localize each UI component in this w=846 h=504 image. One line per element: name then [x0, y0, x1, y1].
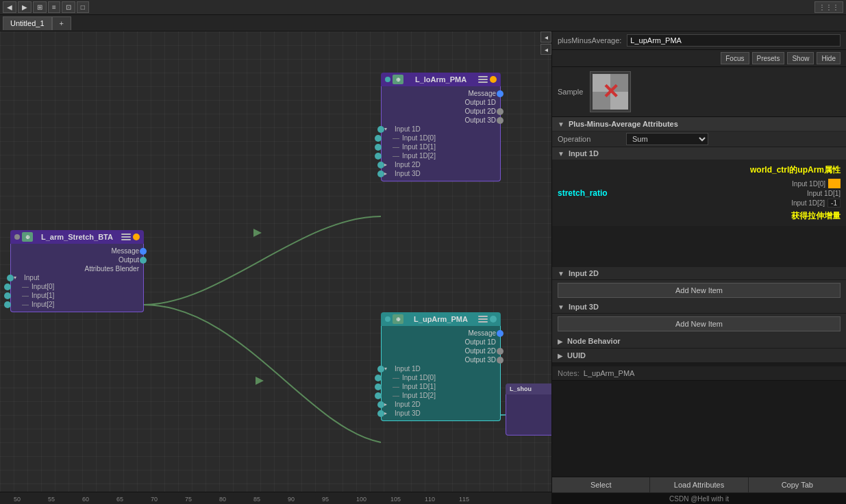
input3d-section-header[interactable]: ▼ Input 3D: [552, 301, 846, 314]
node-stretch-attrblender: Attributes Blender: [85, 265, 140, 273]
node-loarm-output2d-row: Output 2D: [382, 107, 500, 116]
toolbar-btn-5[interactable]: ⊡: [62, 1, 75, 13]
input2d-section-header[interactable]: ▼ Input 2D: [552, 267, 846, 280]
toolbar-btn-6[interactable]: □: [77, 1, 89, 13]
add-new-item-2d-button[interactable]: Add New Item: [558, 283, 841, 298]
node-loarm-port-right[interactable]: [490, 76, 497, 83]
node-loarm-input2d-header[interactable]: Input 2D: [382, 160, 500, 169]
focus-button[interactable]: Focus: [721, 52, 749, 64]
node-uparm-input2d-label: Input 2D: [395, 401, 421, 408]
node-uparm-input1d-port[interactable]: [377, 366, 384, 373]
node-loarm-input1d-label: Input 1D: [395, 125, 421, 133]
node-loarm-message-port[interactable]: [497, 90, 503, 97]
toolbar-btn-3[interactable]: ⊞: [33, 1, 47, 13]
node-stretch-input-port[interactable]: [7, 275, 14, 281]
presets-button[interactable]: Presets: [752, 52, 785, 64]
node-uparm-output2d: Output 2D: [464, 347, 496, 355]
node-stretch-input0-port[interactable]: [4, 284, 11, 290]
select-button[interactable]: Select: [552, 477, 650, 492]
node-uparm-output3d-port[interactable]: [497, 357, 503, 364]
ruler-tick-70: 70: [151, 496, 158, 503]
node-uparm-body: Message Output 1D Output 2D Output 3D In…: [381, 326, 501, 421]
node-loarm-output2d-port[interactable]: [497, 108, 503, 115]
ruler-tick-115: 115: [459, 496, 469, 503]
node-loarm-menu-icon[interactable]: [478, 76, 488, 83]
node-stretch-input-label: Input: [24, 274, 39, 281]
show-button[interactable]: Show: [787, 52, 814, 64]
node-loarm-input1d0-row: Input 1D[0]: [382, 134, 500, 142]
attributes-section-header[interactable]: Plus-Minus-Average Attributes: [552, 117, 846, 131]
node-uparm-input1d0-port[interactable]: [375, 375, 382, 381]
input1d-section-header[interactable]: ▼ Input 1D: [552, 147, 846, 160]
node-uparm-input1d2-port[interactable]: [375, 392, 382, 399]
node-uparm-input2d-port[interactable]: [377, 401, 384, 408]
node-uparm-menu-icon[interactable]: [478, 316, 488, 323]
sample-label: Sample: [558, 88, 583, 96]
input1d-2-value[interactable]: -1: [828, 199, 841, 207]
node-behavior-section: ▶ Node Behavior: [552, 334, 846, 349]
toolbar-btn-2[interactable]: ▶: [18, 1, 32, 13]
ruler-tick-50: 50: [14, 496, 21, 503]
node-loarm-input1d-port[interactable]: [377, 126, 384, 133]
tabbar: Untitled_1 +: [0, 15, 846, 32]
plus-minus-average-input[interactable]: [627, 34, 841, 47]
add-new-item-3d-button[interactable]: Add New Item: [558, 316, 841, 331]
node-loarm-input1d-header[interactable]: Input 1D: [382, 125, 500, 134]
toolbar-btn-1[interactable]: ◀: [3, 1, 16, 13]
sample-thumb-bg: ✕: [593, 74, 628, 110]
arrow-loarm: [253, 229, 262, 237]
tab-new[interactable]: +: [52, 16, 71, 30]
node-stretch-output-port[interactable]: [140, 257, 147, 264]
operation-select[interactable]: Sum Subtract Average: [626, 133, 708, 145]
toolbar-btn-icon1[interactable]: ⋮⋮⋮: [814, 1, 843, 13]
tab-untitled1[interactable]: Untitled_1: [3, 16, 52, 30]
node-stretch-input-header[interactable]: Input: [11, 273, 143, 282]
node-loarm-input1d0-port[interactable]: [375, 135, 382, 142]
node-uparm-input3d-port[interactable]: [377, 410, 384, 417]
node-uparm-input2d-header[interactable]: Input 2D: [382, 400, 500, 409]
node-behavior-header[interactable]: ▶ Node Behavior: [552, 334, 846, 348]
notes-value: L_upArm_PMA: [584, 369, 635, 377]
node-loarm-output3d-port[interactable]: [497, 117, 503, 124]
input1d-content: world_ctrl的upArm属性 stretch_ratio Input 1…: [552, 160, 846, 226]
node-stretch-input2-port[interactable]: [4, 301, 11, 308]
hide-button[interactable]: Hide: [817, 52, 841, 64]
node-stretch-message-port[interactable]: [140, 248, 147, 255]
node-stretch-input1-port[interactable]: [4, 292, 11, 299]
node-loarm-output1d-row: Output 1D: [382, 98, 500, 107]
node-loarm-input1d1-port[interactable]: [375, 144, 382, 151]
node-uparm-input1d-header[interactable]: Input 1D: [382, 364, 500, 373]
load-attributes-button[interactable]: Load Attributes: [650, 477, 748, 492]
input1d-0-highlight[interactable]: [828, 179, 841, 188]
operation-label: Operation: [558, 135, 626, 143]
ruler-tick-75: 75: [185, 496, 192, 503]
node-loarm-input1d2-port[interactable]: [375, 153, 382, 160]
node-uparm-message-port[interactable]: [497, 330, 503, 337]
node-uparm-title: L_upArm_PMA: [414, 315, 468, 323]
canvas-area[interactable]: ⊕ L_loArm_PMA Message Output 1D Output 2…: [0, 32, 551, 504]
node-loarm-input2d-label: Input 2D: [395, 161, 421, 168]
node-stretch-input0-row: Input[0]: [11, 282, 143, 291]
node-stretch-menu-icon[interactable]: [121, 234, 131, 240]
copy-tab-button[interactable]: Copy Tab: [749, 477, 846, 492]
node-stretch-port-right[interactable]: [133, 234, 140, 240]
annotation-get-text: 获得拉伸增量: [791, 211, 841, 220]
toolbar-btn-4[interactable]: ≡: [48, 1, 60, 13]
node-loarm-body: Message Output 1D Output 2D Output 3D In…: [381, 86, 501, 181]
node-uparm-output2d-port[interactable]: [497, 348, 503, 355]
node-loarm-port-left[interactable]: [385, 77, 390, 82]
node-loarm-input3d-port[interactable]: [377, 171, 384, 177]
ruler-tick-110: 110: [425, 496, 435, 503]
ruler-tick-60: 60: [82, 496, 89, 503]
connection-stretch-to-loarm: [144, 216, 381, 305]
node-uparm-input3d-header[interactable]: Input 3D: [382, 409, 500, 418]
node-uparm-port-right[interactable]: [490, 316, 497, 323]
node-loarm: ⊕ L_loArm_PMA Message Output 1D Output 2…: [381, 73, 501, 181]
arrow-uparm: [256, 377, 264, 385]
uuid-header[interactable]: ▶ UUID: [552, 349, 846, 362]
node-uparm-input1d1-port[interactable]: [375, 383, 382, 390]
node-uparm-icon: ⊕: [393, 314, 403, 324]
node-loarm-input3d-header[interactable]: Input 3D: [382, 169, 500, 178]
node-loarm-input2d-port[interactable]: [377, 162, 384, 168]
sample-x: ✕: [602, 81, 619, 102]
